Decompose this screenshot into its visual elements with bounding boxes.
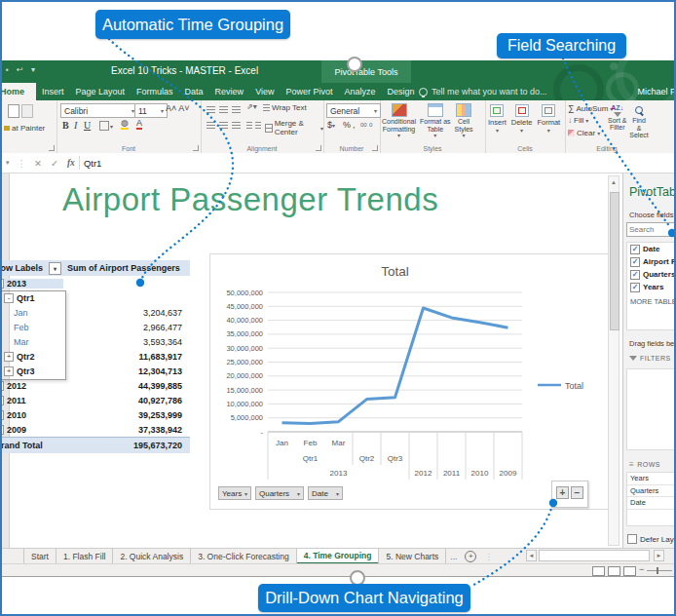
borders-button[interactable] (99, 121, 109, 131)
delete-cells-button[interactable]: Delete▾ (511, 104, 533, 134)
checkbox-checked-icon[interactable]: ✓ (630, 283, 640, 292)
field-search-input[interactable] (626, 222, 676, 237)
rows-area-item-quarters[interactable]: Quarters (627, 485, 676, 498)
chart-field-button-quarters[interactable]: Quarters▾ (255, 486, 304, 500)
number-format-combo[interactable]: General▾ (326, 103, 381, 118)
sheet-tab-2-quick-analysis[interactable]: 2. Quick Analysis (113, 549, 191, 564)
rows-area-item-date[interactable]: Date (627, 497, 676, 510)
currency-button[interactable]: $▾ (327, 120, 335, 130)
rows-area-box[interactable]: YearsQuartersDate (626, 472, 676, 526)
drill-up-minus-button[interactable]: − (571, 486, 583, 499)
ribbon-tab-power-pivot[interactable]: Power Pivot (280, 83, 338, 100)
row-labels-filter-icon[interactable]: ▾ (49, 262, 61, 275)
page-break-view-button[interactable] (623, 566, 636, 576)
align-top-icon[interactable] (207, 106, 215, 113)
pivot-row-label[interactable]: +2010 (0, 410, 63, 420)
bold-button[interactable]: B (62, 120, 69, 131)
font-color-button[interactable]: A (136, 119, 142, 130)
rows-area-item-years[interactable]: Years (627, 473, 676, 485)
underline-button[interactable]: U (84, 120, 91, 131)
pivot-row-label[interactable]: -Qtr1 (0, 293, 63, 303)
alignment-dialog-launcher[interactable] (316, 145, 321, 151)
vertical-scrollbar[interactable]: ▲ (608, 175, 620, 546)
font-dialog-launcher[interactable] (193, 145, 199, 151)
ribbon-tab-formulas[interactable]: Formulas (131, 83, 179, 100)
align-center-icon[interactable] (219, 122, 228, 129)
pivot-row-qtr1[interactable]: -Qtr1 (0, 290, 190, 305)
format-painter-button[interactable]: at Painter (4, 124, 45, 133)
collapse-icon[interactable]: - (0, 279, 4, 289)
format-as-table-button[interactable]: Format asTable▾ (420, 103, 451, 140)
checkbox-checked-icon[interactable]: ✓ (630, 270, 640, 280)
worksheet[interactable]: Airport Passenger Trends Row Labels▾Sum … (2, 173, 676, 548)
ribbon-tab-page-layout[interactable]: Page Layout (70, 83, 131, 100)
pivot-row-qtr2[interactable]: +Qtr211,683,917 (0, 349, 190, 364)
pivot-chart[interactable]: 50,000,00045,000,00040,000,00035,000,000… (209, 253, 609, 510)
ribbon-tab-analyze[interactable]: Analyze (339, 83, 382, 100)
tab-overflow[interactable]: ... (446, 549, 461, 564)
align-middle-icon[interactable] (219, 106, 228, 113)
pivot-row-grand-total[interactable]: Grand Total195,673,720 (0, 437, 190, 453)
orientation-button[interactable]: ⇗▾ (246, 102, 257, 111)
pivot-row-2012[interactable]: +201244,399,885 (0, 378, 190, 393)
zoom-out-button[interactable]: − (639, 564, 644, 574)
pivot-row-label[interactable]: +2011 (0, 396, 63, 405)
filters-area-box[interactable] (626, 368, 676, 450)
fill-color-button[interactable]: ◍ (121, 119, 129, 130)
sort-filter-button[interactable]: AZ↓Sort &Filter (608, 104, 626, 132)
autosum-button[interactable]: ∑AutoSum▾ (568, 103, 613, 113)
field-checkbox-row-date[interactable]: ✓Date (627, 243, 676, 255)
scroll-up-arrow[interactable]: ▲ (609, 176, 619, 188)
align-bottom-icon[interactable] (232, 106, 241, 113)
zoom-slider[interactable] (647, 570, 672, 571)
font-size-combo[interactable]: 11▾ (134, 103, 168, 118)
cell-styles-button[interactable]: CellStyles▾ (455, 103, 473, 140)
pivot-row-2013[interactable]: -2013 (0, 276, 190, 290)
pivot-row-jan[interactable]: Jan3,204,637 (0, 305, 190, 320)
font-name-combo[interactable]: Calibri▾ (60, 103, 138, 118)
pivot-row-mar[interactable]: Mar3,593,364 (0, 334, 190, 349)
more-tables-link[interactable]: MORE TABLES... (630, 297, 676, 306)
expand-icon[interactable]: + (0, 425, 4, 435)
ribbon-tab-review[interactable]: Review (209, 83, 250, 100)
defer-layout-row[interactable]: Defer Layout (627, 534, 676, 544)
pivot-row-qtr3[interactable]: +Qtr312,304,713 (0, 364, 190, 378)
tell-me-box[interactable]: Tell me what you want to do... (419, 83, 547, 100)
ribbon-tab-data[interactable]: Data (179, 83, 209, 100)
field-checkbox-row-years[interactable]: ✓Years (627, 281, 676, 293)
ribbon-tab-design[interactable]: Design (382, 83, 421, 100)
enter-icon[interactable]: ✓ (51, 158, 58, 169)
clipboard-dialog-launcher[interactable] (49, 145, 55, 151)
pivot-row-label[interactable]: Jan (0, 308, 63, 318)
name-box-remnant[interactable]: ▾ (6, 159, 10, 167)
scrollbar-thumb[interactable] (610, 192, 620, 330)
checkbox-checked-icon[interactable]: ✓ (630, 257, 640, 267)
copy-icon[interactable] (21, 104, 33, 118)
decrease-indent-icon[interactable] (246, 122, 252, 129)
pivot-row-label[interactable]: +Qtr3 (0, 366, 63, 376)
paste-icon[interactable] (8, 104, 19, 118)
field-checkbox-row-airport-passe[interactable]: ✓Airport Passe (627, 255, 676, 268)
clear-button[interactable]: Clear▾ (568, 129, 600, 137)
chart-field-button-years[interactable]: Years▾ (218, 486, 251, 500)
pivot-row-label[interactable]: Grand Total (0, 441, 63, 450)
page-layout-view-button[interactable] (608, 566, 620, 576)
zoom-slider-thumb[interactable] (657, 567, 658, 574)
pivot-row-feb[interactable]: Feb2,966,477 (0, 320, 190, 334)
find-select-button[interactable]: Find &Select (629, 104, 649, 139)
formula-bar-input[interactable]: Qtr1 (84, 158, 101, 169)
sheet-tab-5-new-charts[interactable]: 5. New Charts (379, 549, 446, 564)
fx-icon[interactable]: fx (67, 158, 75, 168)
normal-view-button[interactable] (592, 566, 605, 576)
collapse-icon[interactable]: - (4, 293, 14, 303)
insert-cells-button[interactable]: Insert▾ (488, 104, 507, 134)
horizontal-scrollbar[interactable] (539, 550, 650, 561)
conditional-formatting-button[interactable]: ConditionalFormatting▾ (382, 103, 416, 140)
format-cells-button[interactable]: Format▾ (537, 104, 560, 134)
chart-field-button-date[interactable]: Date▾ (308, 486, 343, 500)
cancel-icon[interactable]: ✕ (34, 158, 42, 169)
ribbon-tab-view[interactable]: View (249, 83, 280, 100)
defer-layout-checkbox[interactable] (627, 534, 637, 544)
pivot-row-label[interactable]: +Qtr2 (0, 352, 63, 362)
expand-icon[interactable]: + (4, 352, 14, 362)
